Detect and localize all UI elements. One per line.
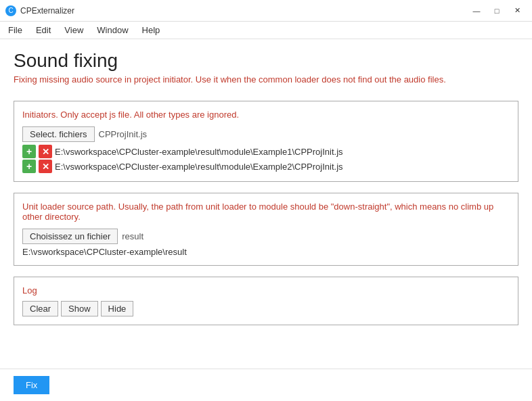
panel-initiators: Initiators. Only accept js file. All oth… [14, 101, 518, 182]
footer-bar: Fix [0, 369, 532, 401]
panel2-path-label: result [122, 231, 143, 241]
file-entry-2: + ✕ E:\vsworkspace\CPCluster-example\res… [22, 160, 510, 173]
menu-bar: File Edit View Window Help [0, 22, 532, 39]
file-path-2: E:\vsworkspace\CPCluster-example\result\… [55, 162, 343, 172]
panel-unit-loader: Unit loader source path. Usually, the pa… [14, 193, 518, 266]
panel2-description: Unit loader source path. Usually, the pa… [22, 202, 510, 222]
remove-icon-1[interactable]: ✕ [39, 145, 52, 158]
main-content: Sound fixing Fixing missing audio source… [0, 39, 532, 369]
remove-icon-2[interactable]: ✕ [39, 160, 52, 173]
page-subtitle: Fixing missing audio source in project i… [14, 74, 518, 85]
fix-button[interactable]: Fix [14, 376, 49, 394]
menu-view[interactable]: View [59, 23, 89, 37]
title-bar-left: C CPExternalizer [5, 5, 74, 16]
menu-window[interactable]: Window [91, 23, 133, 37]
file-path-1: E:\vsworkspace\CPCluster-example\result\… [55, 147, 343, 157]
title-bar-controls: — □ ✕ [467, 3, 527, 18]
file-entry-1: + ✕ E:\vsworkspace\CPCluster-example\res… [22, 145, 510, 158]
menu-edit[interactable]: Edit [30, 23, 56, 37]
panel1-description: Initiators. Only accept js file. All oth… [22, 110, 510, 120]
panel2-file-row: Choisissez un fichier result [22, 229, 510, 244]
page-header: Sound fixing Fixing missing audio source… [14, 50, 518, 90]
menu-file[interactable]: File [3, 23, 28, 37]
clear-button[interactable]: Clear [22, 301, 58, 316]
select-files-button[interactable]: Select. fichiers [22, 126, 95, 142]
panel2-full-path: E:\vsworkspace\CPCluster-example\result [22, 247, 187, 257]
panel-log: Log Clear Show Hide [14, 277, 518, 325]
choose-file-button[interactable]: Choisissez un fichier [22, 229, 118, 244]
add-icon-1[interactable]: + [22, 145, 36, 158]
menu-help[interactable]: Help [137, 23, 166, 37]
page-title: Sound fixing [14, 50, 518, 72]
log-buttons: Clear Show Hide [22, 301, 510, 316]
hide-button[interactable]: Hide [101, 301, 134, 316]
show-button[interactable]: Show [61, 301, 98, 316]
minimize-button[interactable]: — [467, 3, 486, 18]
panel2-path-value: E:\vsworkspace\CPCluster-example\result [22, 247, 510, 257]
title-bar-title: CPExternalizer [20, 6, 74, 16]
panel1-file-row: Select. fichiers CPProjInit.js [22, 126, 510, 142]
close-button[interactable]: ✕ [508, 3, 527, 18]
log-label: Log [22, 285, 510, 296]
add-icon-2[interactable]: + [22, 160, 36, 173]
panel1-file-label: CPProjInit.js [99, 129, 148, 139]
app-icon: C [5, 5, 16, 16]
title-bar: C CPExternalizer — □ ✕ [0, 0, 532, 22]
maximize-button[interactable]: □ [487, 3, 506, 18]
